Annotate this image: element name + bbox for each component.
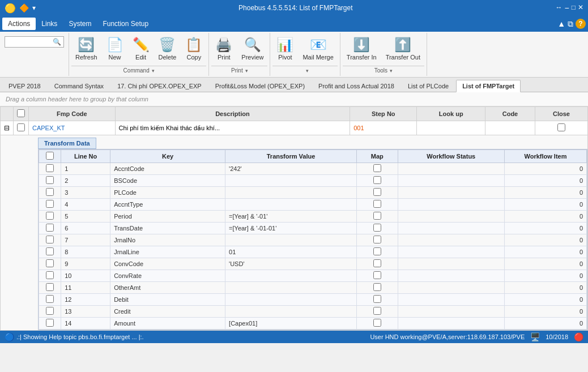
restore-btn[interactable]: ↔ xyxy=(556,3,563,12)
inner-map-checkbox[interactable] xyxy=(373,188,381,196)
inner-select-all[interactable] xyxy=(46,152,54,160)
close-btn[interactable]: ✕ xyxy=(578,3,583,12)
tab-profit-loss-model[interactable]: Profit&Loss Model (OPEX_EXP) xyxy=(209,80,311,92)
inner-row-checkbox[interactable] xyxy=(46,271,54,279)
inner-map-checkbox[interactable] xyxy=(373,295,381,303)
expand-icon[interactable]: ⊟ xyxy=(4,124,10,132)
search-input[interactable] xyxy=(7,39,53,45)
minimize-btn[interactable]: − xyxy=(565,3,569,12)
inner-row-checkbox[interactable] xyxy=(46,295,54,303)
inner-map-checkbox[interactable] xyxy=(373,164,381,172)
inner-cb-cell[interactable] xyxy=(39,211,61,223)
inner-table-row[interactable]: 3 PLCode 0 xyxy=(39,187,587,199)
preview-button[interactable]: 🔍 Preview xyxy=(237,34,267,63)
mail-merge-button[interactable]: 📧 Mail Merge xyxy=(299,34,337,63)
inner-cb-cell[interactable] xyxy=(39,199,61,211)
command-group-expand[interactable]: ▾ xyxy=(152,68,155,74)
pivot-group-expand[interactable]: ▾ xyxy=(306,68,309,74)
inner-row-checkbox[interactable] xyxy=(46,283,54,291)
inner-map-cell[interactable] xyxy=(357,306,398,318)
inner-map-checkbox[interactable] xyxy=(373,212,381,220)
inner-map-checkbox[interactable] xyxy=(373,176,381,184)
inner-table-row[interactable]: 2 BSCode 0 xyxy=(39,175,587,187)
tools-group-expand[interactable]: ▾ xyxy=(390,68,393,74)
tab-list-fmptarget[interactable]: List of FMPTarget xyxy=(456,80,521,92)
inner-table-row[interactable]: 9 ConvCode 'USD' 0 xyxy=(39,258,587,270)
refresh-button[interactable]: 🔄 Refresh xyxy=(71,34,101,63)
close-cell[interactable] xyxy=(535,121,587,135)
inner-table-row[interactable]: 1 AccntCode '242' 0 xyxy=(39,163,587,175)
inner-cb-cell[interactable] xyxy=(39,187,61,199)
maximize-btn[interactable]: □ xyxy=(572,3,576,12)
inner-map-cell[interactable] xyxy=(357,318,398,330)
menu-links[interactable]: Links xyxy=(36,18,63,30)
inner-table-row[interactable]: 14 Amount [Capex01] 0 xyxy=(39,318,587,330)
inner-map-cell[interactable] xyxy=(357,175,398,187)
inner-cb-cell[interactable] xyxy=(39,175,61,187)
row-checkbox[interactable] xyxy=(17,123,25,131)
inner-row-checkbox[interactable] xyxy=(46,319,54,327)
inner-table-row[interactable]: 8 JrnalLine 01 0 xyxy=(39,246,587,258)
table-row[interactable]: ⊟ CAPEX_KT Chi phí tìm kiếm Khai thác dầ… xyxy=(1,121,588,135)
inner-map-checkbox[interactable] xyxy=(373,236,381,243)
inner-row-checkbox[interactable] xyxy=(46,236,54,243)
transfer-in-button[interactable]: ⬇️ Transfer In xyxy=(343,34,381,63)
inner-cb-cell[interactable] xyxy=(39,294,61,306)
transfer-out-button[interactable]: ⬆️ Transfer Out xyxy=(382,34,424,63)
inner-cb-cell[interactable] xyxy=(39,258,61,270)
inner-row-checkbox[interactable] xyxy=(46,164,54,172)
inner-cb-cell[interactable] xyxy=(39,282,61,294)
inner-map-cell[interactable] xyxy=(357,163,398,175)
new-button[interactable]: 📄 New xyxy=(103,34,127,63)
inner-table-row[interactable]: 4 AccntType 0 xyxy=(39,199,587,211)
inner-row-checkbox[interactable] xyxy=(46,212,54,220)
inner-map-checkbox[interactable] xyxy=(373,247,381,255)
row-expand-cell[interactable]: ⊟ xyxy=(1,121,14,135)
tab-chi-phi[interactable]: 17. Chi phí OPEX.OPEX_EXP xyxy=(111,80,208,92)
print-group-expand[interactable]: ▾ xyxy=(245,68,248,74)
inner-cb-cell[interactable] xyxy=(39,306,61,318)
inner-map-cell[interactable] xyxy=(357,199,398,211)
row-checkbox-cell[interactable] xyxy=(14,121,29,135)
inner-row-checkbox[interactable] xyxy=(46,200,54,208)
edit-button[interactable]: ✏️ Edit xyxy=(129,34,154,63)
inner-map-checkbox[interactable] xyxy=(373,259,381,267)
inner-map-cell[interactable] xyxy=(357,187,398,199)
inner-map-cell[interactable] xyxy=(357,211,398,223)
inner-cb-cell[interactable] xyxy=(39,234,61,246)
ribbon-search-box[interactable]: 🔍 xyxy=(5,36,64,48)
inner-row-checkbox[interactable] xyxy=(46,176,54,184)
menu-actions[interactable]: Actions xyxy=(2,18,36,30)
inner-map-cell[interactable] xyxy=(357,270,398,282)
close-checkbox[interactable] xyxy=(557,123,565,131)
inner-table-row[interactable]: 13 Credit 0 xyxy=(39,306,587,318)
menu-window-icon[interactable]: ⧉ xyxy=(568,19,573,29)
inner-tab-header[interactable]: Transform Data xyxy=(38,138,96,149)
pivot-button[interactable]: 📊 Pivot xyxy=(272,34,297,63)
inner-map-checkbox[interactable] xyxy=(373,224,381,232)
inner-table-row[interactable]: 11 OtherAmt 0 xyxy=(39,282,587,294)
menu-system[interactable]: System xyxy=(63,18,97,30)
inner-cb-cell[interactable] xyxy=(39,246,61,258)
inner-cb-cell[interactable] xyxy=(39,270,61,282)
copy-button[interactable]: 📋 Copy xyxy=(181,34,206,63)
inner-table-row[interactable]: 12 Debit 0 xyxy=(39,294,587,306)
inner-map-cell[interactable] xyxy=(357,294,398,306)
menu-function-setup[interactable]: Function Setup xyxy=(97,18,154,30)
inner-cb-cell[interactable] xyxy=(39,163,61,175)
inner-map-cell[interactable] xyxy=(357,246,398,258)
inner-map-cell[interactable] xyxy=(357,234,398,246)
menu-help-icon[interactable]: ? xyxy=(576,19,586,29)
tab-command-syntax[interactable]: Command Syntax xyxy=(48,80,110,92)
inner-table-row[interactable]: 7 JrnalNo 0 xyxy=(39,234,587,246)
inner-table-row[interactable]: 10 ConvRate 0 xyxy=(39,270,587,282)
inner-map-checkbox[interactable] xyxy=(373,307,381,315)
inner-row-checkbox[interactable] xyxy=(46,247,54,255)
inner-cb-cell[interactable] xyxy=(39,223,61,234)
tab-pvep2018[interactable]: PVEP 2018 xyxy=(2,80,47,92)
inner-map-cell[interactable] xyxy=(357,258,398,270)
tab-profit-loss-actual[interactable]: Profit and Loss Actual 2018 xyxy=(312,80,400,92)
inner-map-cell[interactable] xyxy=(357,282,398,294)
inner-table-row[interactable]: 6 TransDate =[Year] & '-01-01' 0 xyxy=(39,223,587,234)
select-all-checkbox[interactable] xyxy=(17,109,25,117)
